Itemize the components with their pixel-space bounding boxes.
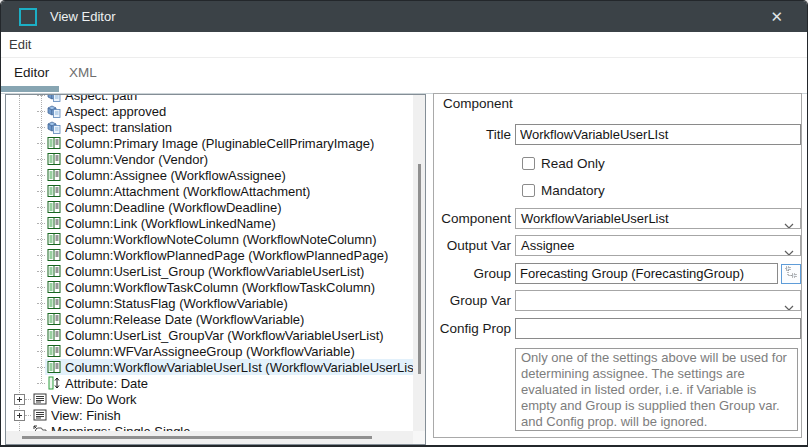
tree-item[interactable]: Aspect: path [6, 95, 425, 103]
tree-item-label: Column:Attachment (WorkflowAttachment) [65, 184, 310, 199]
column-icon [47, 264, 61, 278]
tree-item[interactable]: Column:StatusFlag (WorkflowVariable) [6, 295, 425, 311]
tree-item[interactable]: Column:UserList_Group (WorkflowVariableU… [6, 263, 425, 279]
tree-item-label: Column:UserList_Group (WorkflowVariableU… [65, 264, 364, 279]
group-label: Group [437, 266, 511, 281]
expand-plus-icon[interactable] [14, 410, 25, 421]
tree-item-label: Column:UserList_GroupVar (WorkflowVariab… [65, 328, 384, 343]
tree-horizontal-scrollbar[interactable] [6, 431, 413, 444]
tree-connector [37, 239, 45, 240]
tree-item-label: Column:StatusFlag (WorkflowVariable) [65, 296, 288, 311]
column-icon [47, 216, 61, 230]
title-label: Title [437, 127, 511, 142]
output-var-dropdown[interactable]: Assignee [515, 235, 801, 256]
tree-item-label: Attribute: Date [65, 376, 148, 391]
tree-item[interactable]: View: Finish [6, 407, 425, 423]
column-icon [47, 184, 61, 198]
vertical-scrollbar-thumb[interactable] [418, 164, 421, 374]
group-input[interactable] [515, 263, 778, 284]
active-tab-indicator [1, 86, 59, 92]
tree-item[interactable]: Column:WorkflowNoteColumn (WorkflowNoteC… [6, 231, 425, 247]
read-only-row: Read Only [522, 156, 605, 170]
tree-item[interactable]: Column:Link (WorkflowLinkedName) [6, 215, 425, 231]
tree-item-label: Column:Deadline (WorkflowDeadline) [65, 200, 282, 215]
tree-item-label: Aspect: translation [65, 120, 172, 135]
mandatory-label: Mandatory [541, 183, 605, 198]
tree-connector [37, 303, 45, 304]
tree-item[interactable]: Column:Vendor (Vendor) [6, 151, 425, 167]
column-icon [47, 136, 61, 150]
menubar: Edit [1, 32, 807, 58]
output-var-field-row: Output Var Assignee [437, 235, 801, 256]
output-var-dropdown-value: Assignee [521, 238, 574, 253]
config-prop-input[interactable] [515, 318, 801, 339]
component-dropdown-value: WorkflowVariableUserList [521, 211, 669, 226]
tree-item[interactable]: View: Do Work [6, 391, 425, 407]
tree-connector [37, 383, 45, 384]
tree-item[interactable]: Column:WorkflowPlannedPage (WorkflowPlan… [6, 247, 425, 263]
tree-item[interactable]: Column:Deadline (WorkflowDeadline) [6, 199, 425, 215]
tree-item[interactable]: Column:WorkflowTaskColumn (WorkflowTaskC… [6, 279, 425, 295]
groupbox-caption: Component [440, 96, 516, 111]
tree-connector [37, 319, 45, 320]
column-icon [47, 200, 61, 214]
app-icon [19, 8, 37, 26]
close-icon[interactable]: ✕ [770, 9, 783, 24]
tree-connector [37, 191, 45, 192]
tree-connector [37, 127, 45, 128]
tree-connector [37, 207, 45, 208]
aspect-icon [47, 120, 61, 134]
tree-item-label: Column:Assignee (WorkflowAssignee) [65, 168, 286, 183]
menu-item-edit[interactable]: Edit [1, 37, 39, 52]
column-icon [47, 248, 61, 262]
titlebar: View Editor ✕ [1, 1, 807, 32]
tree-connector [37, 175, 45, 176]
group-var-dropdown[interactable] [515, 290, 801, 311]
tree-connector [37, 143, 45, 144]
tree-item-label: Column:WFVarAssigneeGroup (WorkflowVaria… [65, 344, 355, 359]
tree-connector [37, 159, 45, 160]
read-only-checkbox[interactable] [522, 157, 535, 170]
title-input[interactable] [515, 124, 801, 145]
column-icon [47, 312, 61, 326]
tree-vertical-scrollbar[interactable] [413, 95, 425, 431]
tree-connector [37, 271, 45, 272]
column-icon [47, 280, 61, 294]
tree-item[interactable]: Column:Release Date (WorkflowVariable) [6, 311, 425, 327]
tab-editor[interactable]: Editor [14, 65, 49, 80]
tree-item[interactable]: Aspect: translation [6, 119, 425, 135]
component-dropdown[interactable]: WorkflowVariableUserList [515, 208, 801, 229]
view-icon [33, 408, 47, 422]
tree-item[interactable]: Column:Assignee (WorkflowAssignee) [6, 167, 425, 183]
tree-item[interactable]: Column:WFVarAssigneeGroup (WorkflowVaria… [6, 343, 425, 359]
group-browse-button[interactable] [781, 264, 801, 284]
horizontal-scrollbar-thumb[interactable] [22, 436, 372, 439]
tab-xml[interactable]: XML [69, 65, 97, 80]
tree-item-label: Column:WorkflowPlannedPage (WorkflowPlan… [65, 248, 388, 263]
aspect-icon [47, 104, 61, 118]
tree-connector [37, 111, 45, 112]
component-label: Component [437, 211, 511, 226]
view-icon [33, 392, 47, 406]
tree-item[interactable]: Column:UserList_GroupVar (WorkflowVariab… [6, 327, 425, 343]
column-icon [47, 328, 61, 342]
tree-item[interactable]: Column:Primary Image (PluginableCellPrim… [6, 135, 425, 151]
tree-item-label: Column:Vendor (Vendor) [65, 152, 208, 167]
tree-item-label: Column:Release Date (WorkflowVariable) [65, 312, 304, 327]
chevron-down-icon [784, 299, 794, 311]
tree-connector [37, 367, 45, 368]
tree-item[interactable]: Aspect: approved [6, 103, 425, 119]
chevron-down-icon [784, 217, 794, 229]
column-icon [47, 360, 61, 374]
tree-item[interactable]: Column:Attachment (WorkflowAttachment) [6, 183, 425, 199]
mandatory-checkbox[interactable] [522, 184, 535, 197]
tree-item[interactable]: Column:WorkflowVariableUserLIst (Workflo… [6, 359, 425, 375]
tree-item-label: Column:WorkflowVariableUserLIst (Workflo… [65, 360, 422, 375]
expand-plus-icon[interactable] [14, 394, 25, 405]
tree-connector [37, 351, 45, 352]
column-icon [47, 152, 61, 166]
tree-item[interactable]: Attribute: Date [6, 375, 425, 391]
group-var-label: Group Var [437, 293, 511, 308]
component-field-row: Component WorkflowVariableUserList [437, 208, 801, 229]
group-field-row: Group [437, 263, 801, 284]
